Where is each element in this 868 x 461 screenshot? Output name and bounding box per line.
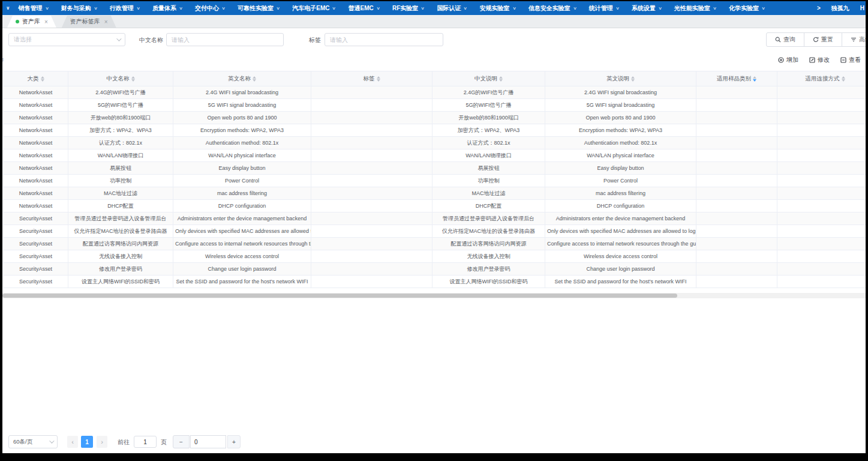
- nav-menu-item[interactable]: 系统设置 ∨: [632, 4, 662, 13]
- table-row[interactable]: SecurityAsset配置通过访客网络访问内网资源Configure acc…: [4, 237, 866, 250]
- table-row[interactable]: NetworkAsset认证方式：802.1xAuthentication me…: [4, 136, 866, 149]
- table-cell: [311, 263, 433, 275]
- prev-page-button[interactable]: ‹: [67, 436, 78, 448]
- cn-name-input[interactable]: [166, 33, 284, 46]
- collapsed-panel-icon[interactable]: ≡: [2, 56, 4, 63]
- table-cell: WAN/LAN物理接口: [68, 149, 173, 161]
- page-size-select[interactable]: 60条/页: [8, 435, 58, 448]
- nav-menu-item[interactable]: 国际认证 ∨: [437, 4, 467, 13]
- table-row[interactable]: SecurityAsset管理员通过登录密码进入设备管理后台Administra…: [4, 212, 866, 224]
- horizontal-scrollbar[interactable]: [2, 293, 866, 298]
- next-page-button[interactable]: ›: [97, 436, 107, 448]
- table-cell: NetworkAsset: [4, 149, 68, 161]
- table-row[interactable]: NetworkAsset2.4G的WIFI信号广播2.4G WIFI signa…: [4, 86, 866, 98]
- nav-menu-item[interactable]: 安规实验室 ∨: [480, 4, 516, 13]
- table-row[interactable]: NetworkAssetWAN/LAN物理接口WAN/LAN physical …: [4, 149, 866, 161]
- table-row[interactable]: SecurityAsset设置主人网络WIFI的SSID和密码Set the S…: [4, 275, 866, 288]
- table-row[interactable]: NetworkAsset加密方式：WPA2、WPA3Encryption met…: [4, 124, 866, 136]
- chevron-down-icon[interactable]: ∨: [6, 5, 10, 11]
- add-button[interactable]: 增加: [778, 56, 798, 64]
- table-cell: [696, 99, 777, 111]
- nav-menu-item[interactable]: 行政管理 ∨: [110, 4, 140, 13]
- advanced-button[interactable]: 高级: [842, 32, 866, 47]
- stepper-minus-button[interactable]: −: [173, 435, 190, 448]
- table-cell: [777, 137, 866, 149]
- table-cell: Encryption methods: WPA2, WPA3: [173, 124, 311, 136]
- table-cell: MAC地址过滤: [68, 187, 173, 199]
- table-cell: Administrators enter the device manageme…: [545, 212, 696, 224]
- stepper-plus-button[interactable]: +: [227, 435, 241, 448]
- nav-menu-item[interactable]: 化学实验室 ∨: [729, 4, 765, 13]
- table-cell: [777, 86, 866, 98]
- table-row[interactable]: NetworkAsset易展按钮Easy display button易展按钮E…: [4, 161, 866, 174]
- table-cell: MAC地址过滤: [433, 187, 545, 199]
- nav-overflow-chevron-icon[interactable]: >: [817, 5, 821, 11]
- table-cell: [696, 112, 777, 124]
- nav-menu-item[interactable]: 交付中心 ∨: [195, 4, 225, 13]
- table-cell: Change user login password: [173, 263, 311, 275]
- table-cell: [777, 212, 866, 224]
- column-header[interactable]: 适用样品类别: [696, 71, 777, 86]
- view-button[interactable]: 查看: [840, 56, 861, 64]
- table-row[interactable]: NetworkAssetMAC地址过滤mac address filtering…: [4, 187, 866, 199]
- column-header[interactable]: 英文名称: [173, 71, 311, 86]
- table-cell: Administrators enter the device manageme…: [173, 212, 311, 224]
- tag-input[interactable]: [325, 33, 443, 46]
- stepper-input[interactable]: [190, 435, 226, 448]
- column-header[interactable]: 标签: [311, 71, 433, 86]
- table-row[interactable]: NetworkAssetDHCP配置DHCP configurationDHCP…: [4, 199, 866, 212]
- nav-menu-item[interactable]: 汽车电子EMC ∨: [292, 4, 335, 13]
- top-nav: ∨ 销售管理 ∨ 财务与采购 ∨ 行政管理 ∨ 质量体系 ∨ 交付中心 ∨ 可靠…: [2, 1, 866, 15]
- nav-menu-item[interactable]: 可靠性实验室 ∨: [238, 4, 280, 13]
- table-cell: [777, 99, 866, 111]
- table-cell: 设置主人网络WIFI的SSID和密码: [68, 276, 173, 288]
- table-cell: NetworkAsset: [4, 99, 68, 111]
- nav-menu-item[interactable]: 统计管理 ∨: [589, 4, 619, 13]
- table-cell: 开放web的80和1900端口: [433, 112, 545, 124]
- reset-button[interactable]: 重置: [804, 32, 842, 47]
- nav-menu-item[interactable]: 信息安全实验室 ∨: [528, 4, 576, 13]
- table-cell: [311, 276, 433, 288]
- search-button[interactable]: 查询: [766, 32, 804, 47]
- column-header[interactable]: 中文名称: [68, 71, 173, 86]
- table-cell: [696, 225, 777, 237]
- table-cell: NetworkAsset: [4, 200, 68, 212]
- nav-menu-item[interactable]: 财务与采购 ∨: [61, 4, 97, 13]
- nav-menu-item[interactable]: 光性能实验室 ∨: [674, 4, 716, 13]
- username[interactable]: 独孤九: [831, 4, 849, 13]
- category-select[interactable]: 请选择: [8, 33, 125, 46]
- edit-button[interactable]: 修改: [809, 56, 830, 64]
- table-row[interactable]: NetworkAsset5G的WIFI信号广播5G WIFI signal br…: [4, 98, 866, 111]
- tab[interactable]: 资产库 ×: [7, 16, 56, 28]
- close-icon[interactable]: ×: [44, 19, 48, 25]
- chevron-down-icon: ∨: [276, 6, 280, 11]
- scrollbar-thumb[interactable]: [2, 294, 677, 298]
- table-cell: NetworkAsset: [4, 175, 68, 187]
- top-nav-items: 销售管理 ∨ 财务与采购 ∨ 行政管理 ∨ 质量体系 ∨ 交付中心 ∨ 可靠性实…: [19, 4, 765, 13]
- nav-menu-item[interactable]: 销售管理 ∨: [19, 4, 49, 13]
- table-row[interactable]: NetworkAsset开放web的80和1900端口Open web port…: [4, 111, 866, 124]
- chevron-down-icon: [116, 36, 121, 41]
- column-header[interactable]: 适用连接方式: [777, 71, 866, 86]
- column-header[interactable]: 大类: [4, 71, 68, 86]
- sort-caret-icon: [131, 76, 135, 82]
- nav-menu-item[interactable]: 普通EMC ∨: [349, 4, 380, 13]
- goto-page-input[interactable]: [134, 436, 157, 448]
- table-row[interactable]: NetworkAsset功率控制Power Control功率控制Power C…: [4, 174, 866, 187]
- table-cell: DHCP configuration: [545, 200, 696, 212]
- table-row[interactable]: SecurityAsset仅允许指定MAC地址的设备登录路由器Only devi…: [4, 224, 866, 237]
- table-row[interactable]: SecurityAsset无线设备接入控制Wireless device acc…: [4, 250, 866, 262]
- table-row[interactable]: SecurityAsset修改用户登录密码Change user login p…: [4, 262, 866, 275]
- table-cell: 管理员通过登录密码进入设备管理后台: [68, 212, 173, 224]
- page-size-value: 60条/页: [13, 438, 49, 446]
- close-icon[interactable]: ×: [104, 19, 108, 25]
- tab[interactable]: 资产标签库 ×: [62, 16, 116, 28]
- nav-menu-item[interactable]: RF实验室 ∨: [392, 4, 424, 13]
- column-header[interactable]: 英文说明: [545, 71, 696, 86]
- column-header[interactable]: 中文说明: [433, 71, 545, 86]
- nav-menu-item[interactable]: 质量体系 ∨: [152, 4, 182, 13]
- table-cell: SecurityAsset: [4, 225, 68, 237]
- current-page-button[interactable]: 1: [81, 436, 93, 448]
- table-cell: 功率控制: [433, 175, 545, 187]
- table-cell: 2.4G WIFI signal broadcasting: [173, 86, 311, 98]
